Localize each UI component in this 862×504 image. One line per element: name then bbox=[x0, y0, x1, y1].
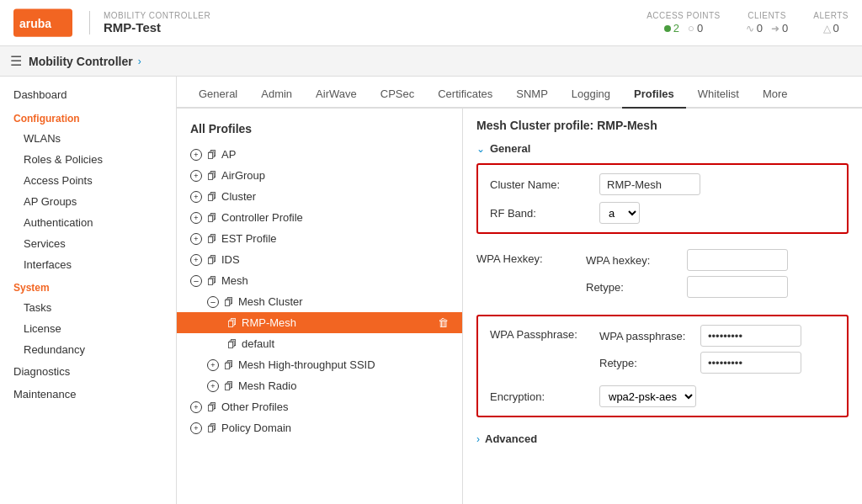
rf-band-select[interactable]: a g all bbox=[599, 202, 640, 224]
header: aruba MOBILITY CONTROLLER RMP-Test ACCES… bbox=[0, 0, 862, 46]
profile-item-rmp-mesh[interactable]: 🗍 RMP-Mesh 🗑 bbox=[177, 312, 462, 333]
wpa-hexkey-outer-label: WPA Hexkey: bbox=[476, 249, 586, 265]
tab-whitelist[interactable]: Whitelist bbox=[686, 81, 751, 109]
cluster-name-input[interactable] bbox=[599, 173, 700, 195]
tab-profiles[interactable]: Profiles bbox=[622, 81, 686, 109]
profile-item-airgroup[interactable]: + 🗍 AirGroup bbox=[177, 165, 462, 186]
general-chevron: ⌄ bbox=[476, 143, 485, 155]
sidebar-item-interfaces[interactable]: Interfaces bbox=[0, 254, 176, 275]
plus-icon: + bbox=[190, 212, 202, 224]
tab-general[interactable]: General bbox=[187, 81, 249, 109]
plus-icon: + bbox=[190, 191, 202, 203]
clients-eth-count: ➜ 0 bbox=[771, 22, 788, 34]
tab-snmp[interactable]: SNMP bbox=[504, 81, 560, 109]
advanced-section[interactable]: › Advanced bbox=[476, 427, 849, 450]
cluster-name-row: Cluster Name: bbox=[490, 173, 835, 195]
profile-item-other[interactable]: + 🗍 Other Profiles bbox=[177, 396, 462, 417]
detail-panel: Mesh Cluster profile: RMP-Mesh ⌄ General… bbox=[463, 109, 862, 504]
wpa-passphrase-inner: WPA passphrase: Retype: bbox=[599, 325, 835, 379]
profile-item-mesh[interactable]: − 🗍 Mesh bbox=[177, 270, 462, 291]
doc-icon-other: 🗍 bbox=[207, 402, 216, 412]
profile-item-controller[interactable]: + 🗍 Controller Profile bbox=[177, 207, 462, 228]
sidebar-item-maintenance[interactable]: Maintenance bbox=[0, 383, 176, 406]
profile-item-ap[interactable]: + 🗍 AP bbox=[177, 144, 462, 165]
tab-certificates[interactable]: Certificates bbox=[426, 81, 504, 109]
profile-item-ids[interactable]: + 🗍 IDS bbox=[177, 249, 462, 270]
wpa-hexkey-retype-label: Retype: bbox=[586, 281, 687, 294]
mc-label: MOBILITY CONTROLLER bbox=[104, 11, 210, 20]
sidebar-item-authentication[interactable]: Authentication bbox=[0, 212, 176, 233]
detail-title: Mesh Cluster profile: RMP-Mesh bbox=[476, 119, 849, 132]
sidebar-item-dashboard[interactable]: Dashboard bbox=[0, 83, 176, 106]
profile-item-mesh-cluster[interactable]: − 🗍 Mesh Cluster bbox=[177, 291, 462, 312]
eth-icon: ➜ bbox=[771, 23, 780, 34]
alerts-count: △ 0 bbox=[823, 22, 839, 34]
encryption-label: Encryption: bbox=[490, 390, 599, 403]
trash-icon[interactable]: 🗑 bbox=[438, 316, 449, 329]
tab-logging[interactable]: Logging bbox=[560, 81, 622, 109]
encryption-select[interactable]: wpa2-psk-aes wpa-psk-aes wpa-psk-tkip no… bbox=[599, 385, 696, 407]
plus-icon: + bbox=[190, 254, 202, 266]
plus-icon: + bbox=[190, 170, 202, 182]
hamburger-menu[interactable]: ☰ bbox=[10, 53, 22, 69]
wpa-hexkey-section: WPA Hexkey: WPA hexkey: Retype: bbox=[476, 244, 849, 315]
doc-icon-meshhigh: 🗍 bbox=[224, 360, 233, 370]
sidebar: Dashboard Configuration WLANs Roles & Po… bbox=[0, 77, 177, 504]
alerts-stat-label: ALERTS bbox=[813, 11, 849, 20]
plus-icon: + bbox=[190, 233, 202, 245]
sidebar-item-redundancy[interactable]: Redundancy bbox=[0, 339, 176, 360]
access-points-stat: ACCESS POINTS 2 ○ 0 bbox=[646, 11, 721, 34]
doc-icon-meshcluster: 🗍 bbox=[224, 297, 233, 307]
aruba-logo: aruba bbox=[13, 8, 72, 38]
wpa-hexkey-retype-row: Retype: bbox=[586, 276, 849, 298]
tab-admin[interactable]: Admin bbox=[249, 81, 304, 109]
minus-icon-mesh: − bbox=[190, 275, 202, 287]
controller-info: MOBILITY CONTROLLER RMP-Test bbox=[89, 11, 210, 34]
sidebar-item-tasks[interactable]: Tasks bbox=[0, 297, 176, 318]
profile-item-est[interactable]: + 🗍 EST Profile bbox=[177, 228, 462, 249]
tabs-bar: General Admin AirWave CPSec Certificates… bbox=[177, 77, 862, 109]
wpa-hexkey-outer-row: WPA Hexkey: WPA hexkey: Retype: bbox=[476, 249, 849, 303]
tab-more[interactable]: More bbox=[751, 81, 800, 109]
sidebar-item-wlans[interactable]: WLANs bbox=[0, 128, 176, 149]
rf-band-row: RF Band: a g all bbox=[490, 202, 835, 224]
doc-icon-mesh: 🗍 bbox=[207, 276, 216, 286]
wpa-passphrase-retype-input[interactable] bbox=[700, 352, 801, 374]
cluster-rf-section: Cluster Name: RF Band: a g all bbox=[476, 163, 849, 234]
wpa-hexkey-inner: WPA hexkey: Retype: bbox=[586, 249, 849, 303]
doc-icon-ids: 🗍 bbox=[207, 255, 216, 265]
profile-item-mesh-radio[interactable]: + 🗍 Mesh Radio bbox=[177, 375, 462, 396]
advanced-label: Advanced bbox=[485, 432, 537, 445]
sidebar-item-ap-groups[interactable]: AP Groups bbox=[0, 191, 176, 212]
tab-airwave[interactable]: AirWave bbox=[304, 81, 369, 109]
sidebar-item-diagnostics[interactable]: Diagnostics bbox=[0, 360, 176, 383]
subheader-chevron: › bbox=[138, 56, 141, 67]
plus-icon-policy: + bbox=[190, 422, 202, 434]
wpa-hexkey-input[interactable] bbox=[687, 249, 788, 271]
svg-text:aruba: aruba bbox=[19, 17, 51, 30]
content-area: General Admin AirWave CPSec Certificates… bbox=[177, 77, 862, 504]
profile-item-policy-domain[interactable]: + 🗍 Policy Domain bbox=[177, 417, 462, 438]
wpa-passphrase-retype-row: Retype: bbox=[599, 352, 835, 374]
ap-green-dot bbox=[664, 25, 671, 32]
profile-item-default[interactable]: 🗍 default bbox=[177, 333, 462, 354]
doc-icon-cluster: 🗍 bbox=[207, 192, 216, 202]
subheader-title: Mobility Controller bbox=[29, 55, 133, 68]
tab-cpsec[interactable]: CPSec bbox=[369, 81, 426, 109]
wpa-passphrase-input[interactable] bbox=[700, 325, 801, 347]
clients-wifi-count: ∿ 0 bbox=[746, 22, 763, 34]
sidebar-item-access-points[interactable]: Access Points bbox=[0, 170, 176, 191]
sidebar-item-services[interactable]: Services bbox=[0, 233, 176, 254]
profile-item-mesh-high[interactable]: + 🗍 Mesh High-throughput SSID bbox=[177, 354, 462, 375]
wpa-passphrase-section: WPA Passphrase: WPA passphrase: Retype: bbox=[476, 315, 849, 417]
sidebar-item-roles[interactable]: Roles & Policies bbox=[0, 149, 176, 170]
alerts-stat: ALERTS △ 0 bbox=[813, 11, 849, 34]
general-section-header[interactable]: ⌄ General bbox=[476, 142, 849, 155]
wpa-hexkey-retype-input[interactable] bbox=[687, 276, 788, 298]
clients-stat: CLIENTS ∿ 0 ➜ 0 bbox=[746, 11, 788, 34]
profile-item-cluster[interactable]: + 🗍 Cluster bbox=[177, 186, 462, 207]
sidebar-item-license[interactable]: License bbox=[0, 318, 176, 339]
encryption-row: Encryption: wpa2-psk-aes wpa-psk-aes wpa… bbox=[490, 385, 835, 407]
wpa-passphrase-outer-label: WPA Passphrase: bbox=[490, 325, 599, 341]
advanced-chevron: › bbox=[476, 433, 480, 445]
